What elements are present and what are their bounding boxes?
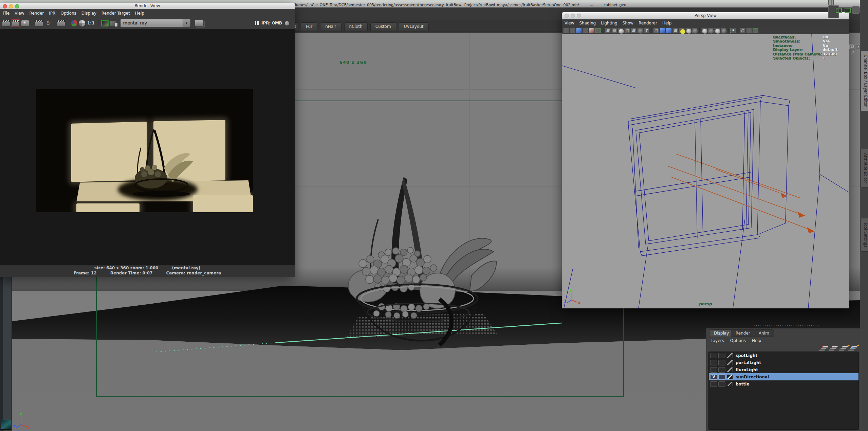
renderer-dropdown[interactable]: mental ray ▾ (120, 19, 191, 27)
grid-icon[interactable] (605, 28, 611, 33)
tab-anim[interactable]: Anim (754, 329, 774, 337)
smooth-shade-cube-icon[interactable] (660, 28, 665, 33)
playback-toggle[interactable] (718, 367, 725, 373)
visibility-toggle[interactable]: V (710, 374, 717, 380)
render-settings-icon[interactable] (195, 20, 204, 26)
playback-toggle[interactable] (718, 381, 725, 387)
close-button[interactable] (3, 4, 7, 8)
select-camera-icon[interactable] (563, 28, 569, 33)
tab-tool-settings[interactable]: Tool Settings (861, 218, 868, 252)
bookmarks-icon[interactable] (576, 28, 582, 33)
visibility-toggle[interactable] (710, 367, 717, 373)
layer-type-swatch[interactable] (727, 367, 733, 372)
layer-type-swatch[interactable] (727, 360, 733, 365)
shaded-ball-icon[interactable] (685, 28, 691, 33)
isolate-cube-icon[interactable] (740, 28, 745, 33)
resolution-gate-icon[interactable] (618, 28, 624, 33)
playback-toggle[interactable] (718, 360, 725, 365)
layer-row-flurolight[interactable]: fluroLight (709, 366, 858, 373)
zoom-button[interactable] (577, 14, 581, 18)
tab-attribute-editor[interactable]: Attribute Editor (861, 149, 868, 187)
wireframe-cube-icon[interactable] (653, 28, 659, 33)
render-icon[interactable] (2, 20, 10, 26)
image-plane-icon[interactable] (583, 28, 588, 33)
layer-row-portallight[interactable]: portalLight (709, 359, 858, 366)
move-layer-down-icon[interactable]: ↓ (831, 345, 838, 351)
redo-previous-render-icon[interactable] (12, 20, 20, 26)
trash-icon[interactable] (828, 0, 834, 5)
panel-drag-handle[interactable]: ······························ (754, 323, 828, 328)
menu-help[interactable]: Help (662, 21, 671, 25)
layer-row-spotlight[interactable]: spotLight (709, 352, 858, 359)
safe-title-icon[interactable] (644, 28, 649, 33)
2d-pan-zoom-icon[interactable] (589, 28, 595, 33)
close-button[interactable] (565, 14, 569, 18)
tab-display[interactable]: Display (709, 329, 734, 337)
menu-renderer[interactable]: Renderer (639, 21, 657, 25)
menu-help[interactable]: Help (135, 11, 144, 16)
copy-view-icon[interactable] (746, 28, 752, 33)
ipr-render-icon[interactable] (35, 20, 43, 26)
field-chart-icon[interactable] (631, 28, 636, 33)
snapshot-icon[interactable] (21, 20, 29, 26)
camera-attributes-icon[interactable] (570, 28, 575, 33)
shelf-tab-fur[interactable]: Fur (301, 22, 317, 31)
create-empty-layer-icon[interactable]: ✦ (841, 345, 848, 351)
ao-ball-icon[interactable] (714, 28, 720, 33)
menu-help[interactable]: Help (752, 338, 761, 343)
render-view-canvas[interactable] (0, 29, 295, 265)
blur-ball-icon[interactable] (721, 28, 726, 33)
menu-render[interactable]: Render (30, 11, 44, 16)
menu-options[interactable]: Options (730, 338, 746, 343)
layer-type-swatch[interactable] (727, 375, 733, 379)
dark-ball-icon[interactable] (692, 28, 698, 33)
copy-tab-icon[interactable]: ❏ (849, 44, 855, 49)
menu-options[interactable]: Options (60, 11, 76, 16)
layer-type-swatch[interactable] (727, 353, 733, 358)
persp-view-canvas[interactable]: Backfaces:On Smoothness:N/A Instance:No … (562, 34, 849, 308)
render-region-icon[interactable] (57, 20, 65, 26)
persp-view-titlebar[interactable]: Persp View (562, 12, 849, 20)
select-highlight-icon[interactable] (730, 28, 736, 33)
create-layer-from-selected-icon[interactable]: ✦ (850, 345, 858, 351)
menu-ipr[interactable]: IPR (49, 11, 55, 16)
shelf-tab-custom[interactable]: Custom (370, 22, 396, 31)
visibility-toggle[interactable] (710, 381, 717, 387)
use-default-lighting-icon[interactable] (679, 28, 685, 33)
menu-display[interactable]: Display (81, 11, 96, 16)
playback-toggle[interactable] (718, 353, 725, 358)
rgb-channels-icon[interactable] (71, 20, 77, 26)
refresh-ipr-icon[interactable]: ↻ (44, 20, 51, 26)
render-view-titlebar[interactable]: Render View (0, 3, 295, 9)
pause-ipr-icon[interactable] (255, 21, 259, 25)
chevron-down-icon[interactable]: ▾ (183, 19, 190, 27)
tab-channel-box-layer-editor[interactable]: Channel Box / Layer Editor (861, 50, 868, 111)
shelf-tab-nhair[interactable]: nHair (320, 22, 341, 31)
snap-bracket-icon[interactable] (836, 8, 842, 13)
alpha-channel-icon[interactable] (79, 20, 85, 26)
menu-view[interactable]: View (15, 11, 24, 16)
shelf-tab-ncloth[interactable]: nCloth (344, 22, 368, 31)
layer-type-swatch[interactable] (727, 382, 733, 386)
textured-cube-icon[interactable] (666, 28, 672, 33)
tool-settings-button-icon[interactable] (852, 6, 860, 14)
keep-image-icon[interactable] (101, 20, 109, 26)
remove-image-icon[interactable] (110, 20, 117, 26)
zoom-button[interactable] (15, 4, 19, 8)
grease-pencil-icon[interactable] (595, 28, 601, 33)
lay er-row-bottle[interactable]: bottle (709, 380, 858, 388)
menu-show[interactable]: Show (623, 21, 633, 25)
shelf-tab-uvlayout[interactable]: UVLayout (399, 22, 429, 31)
menu-shading[interactable]: Shading (579, 21, 596, 25)
visibility-toggle[interactable] (710, 353, 717, 358)
playback-toggle[interactable] (718, 374, 725, 380)
layer-row-sundirectional[interactable]: V sunDirectional (709, 373, 858, 380)
menu-lighting[interactable]: Lighting (601, 21, 617, 25)
menu-view[interactable]: View (565, 21, 574, 25)
film-gate-icon[interactable] (611, 28, 617, 33)
share-view-icon[interactable] (753, 28, 758, 33)
menu-layers[interactable]: Layers (710, 338, 724, 343)
checker-ball-icon[interactable] (672, 28, 678, 33)
minimize-button[interactable] (9, 4, 13, 8)
head-display-icon[interactable] (701, 28, 707, 33)
